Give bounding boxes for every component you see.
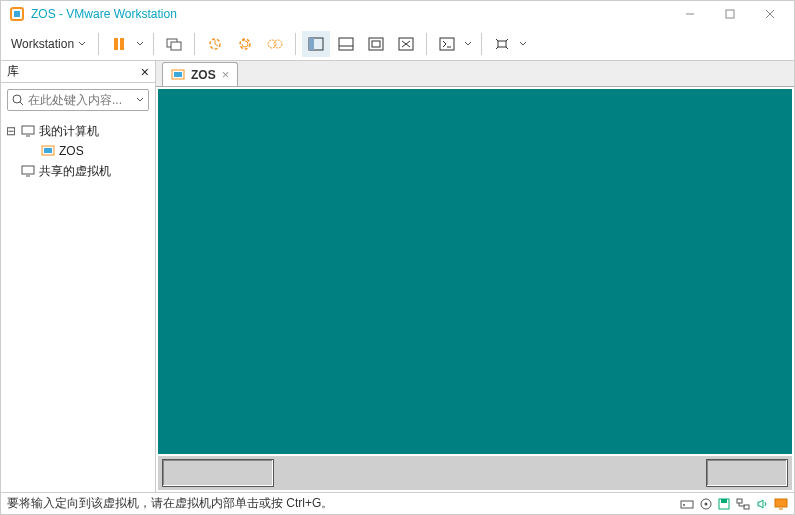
svg-rect-1 xyxy=(14,11,20,17)
svg-rect-9 xyxy=(171,42,181,50)
library-tree: ⊟ 我的计算机 ZOS 共享的虚拟机 xyxy=(1,117,155,185)
close-window-button[interactable] xyxy=(750,1,790,27)
vm-bottom-right-box[interactable] xyxy=(706,459,788,487)
snapshot-manager-button[interactable] xyxy=(261,31,289,57)
svg-rect-32 xyxy=(22,166,34,174)
svg-rect-7 xyxy=(120,38,124,50)
console-dropdown[interactable] xyxy=(461,31,475,57)
separator xyxy=(194,33,195,55)
svg-rect-3 xyxy=(726,10,734,18)
console-button[interactable] xyxy=(433,31,461,57)
separator xyxy=(295,33,296,55)
tree-vm-zos[interactable]: ZOS xyxy=(5,141,151,161)
sidebar-title: 库 xyxy=(7,63,19,80)
view-fullscreen-button[interactable] xyxy=(362,31,390,57)
collapse-icon[interactable]: ⊟ xyxy=(5,124,17,138)
network-icon[interactable] xyxy=(736,498,750,510)
view-console-button[interactable] xyxy=(332,31,360,57)
view-unity-button[interactable] xyxy=(392,31,420,57)
tab-close-button[interactable]: × xyxy=(222,67,230,82)
window-title: ZOS - VMware Workstation xyxy=(31,7,670,21)
tree-my-computer[interactable]: ⊟ 我的计算机 xyxy=(5,121,151,141)
cd-icon[interactable] xyxy=(700,498,712,510)
chevron-down-icon xyxy=(78,40,86,48)
search-icon xyxy=(12,94,24,106)
shared-icon xyxy=(21,165,35,177)
search-dropdown-icon[interactable] xyxy=(136,96,144,104)
svg-rect-28 xyxy=(22,126,34,134)
vm-icon xyxy=(41,145,55,157)
main-area: 库 × ⊟ 我的计算机 ZOS 共享的虚拟机 xyxy=(1,61,794,492)
stretch-button[interactable] xyxy=(488,31,516,57)
svg-rect-15 xyxy=(309,38,314,50)
tree-vm-label: ZOS xyxy=(59,144,84,158)
sidebar-close-button[interactable]: × xyxy=(141,64,149,80)
svg-rect-35 xyxy=(174,72,182,77)
view-single-button[interactable] xyxy=(302,31,330,57)
svg-rect-6 xyxy=(114,38,118,50)
maximize-button[interactable] xyxy=(710,1,750,27)
titlebar: ZOS - VMware Workstation xyxy=(1,1,794,27)
hdd-icon[interactable] xyxy=(680,498,694,510)
display-icon[interactable] xyxy=(774,498,788,510)
tree-shared-label: 共享的虚拟机 xyxy=(39,163,111,180)
snapshot-take-button[interactable] xyxy=(201,31,229,57)
minimize-button[interactable] xyxy=(670,1,710,27)
separator xyxy=(426,33,427,55)
workstation-menu[interactable]: Workstation xyxy=(5,31,92,57)
svg-rect-19 xyxy=(372,41,380,47)
search-box[interactable] xyxy=(7,89,149,111)
statusbar-message: 要将输入定向到该虚拟机，请在虚拟机内部单击或按 Ctrl+G。 xyxy=(7,495,333,512)
content-area: ZOS × xyxy=(156,61,794,492)
app-icon xyxy=(9,6,25,22)
tabbar: ZOS × xyxy=(156,61,794,87)
search-input[interactable] xyxy=(28,93,132,107)
svg-rect-41 xyxy=(721,499,727,503)
sidebar-header: 库 × xyxy=(1,61,155,83)
svg-point-13 xyxy=(274,40,282,48)
stretch-dropdown[interactable] xyxy=(516,31,530,57)
tree-shared-vms[interactable]: 共享的虚拟机 xyxy=(5,161,151,181)
sidebar: 库 × ⊟ 我的计算机 ZOS 共享的虚拟机 xyxy=(1,61,156,492)
workstation-menu-label: Workstation xyxy=(11,37,74,51)
separator xyxy=(153,33,154,55)
vm-bottom-panel xyxy=(158,456,792,490)
svg-rect-16 xyxy=(339,38,353,50)
svg-rect-42 xyxy=(737,499,742,503)
svg-rect-23 xyxy=(440,38,454,50)
statusbar: 要将输入定向到该虚拟机，请在虚拟机内部单击或按 Ctrl+G。 xyxy=(1,492,794,514)
tab-zos[interactable]: ZOS × xyxy=(162,62,238,86)
svg-line-27 xyxy=(20,102,23,105)
svg-rect-31 xyxy=(44,148,52,153)
separator xyxy=(98,33,99,55)
svg-point-37 xyxy=(683,504,685,506)
send-ctrl-alt-del-button[interactable] xyxy=(160,31,188,57)
snapshot-revert-button[interactable] xyxy=(231,31,259,57)
tab-label: ZOS xyxy=(191,68,216,82)
svg-point-26 xyxy=(13,95,21,103)
sound-icon[interactable] xyxy=(756,498,768,510)
tree-my-computer-label: 我的计算机 xyxy=(39,123,99,140)
pause-button[interactable] xyxy=(105,31,133,57)
vm-screen[interactable] xyxy=(158,89,792,454)
separator xyxy=(481,33,482,55)
svg-point-39 xyxy=(705,502,708,505)
vm-bottom-left-box[interactable] xyxy=(162,459,274,487)
status-device-icons xyxy=(680,498,788,510)
svg-rect-18 xyxy=(369,38,383,50)
pause-dropdown[interactable] xyxy=(133,31,147,57)
vm-console-area xyxy=(156,87,794,492)
computer-icon xyxy=(21,125,35,137)
svg-rect-44 xyxy=(775,499,787,507)
toolbar: Workstation xyxy=(1,27,794,61)
vm-tab-icon xyxy=(171,69,185,81)
svg-rect-36 xyxy=(681,501,693,508)
svg-rect-25 xyxy=(498,41,506,47)
floppy-icon[interactable] xyxy=(718,498,730,510)
